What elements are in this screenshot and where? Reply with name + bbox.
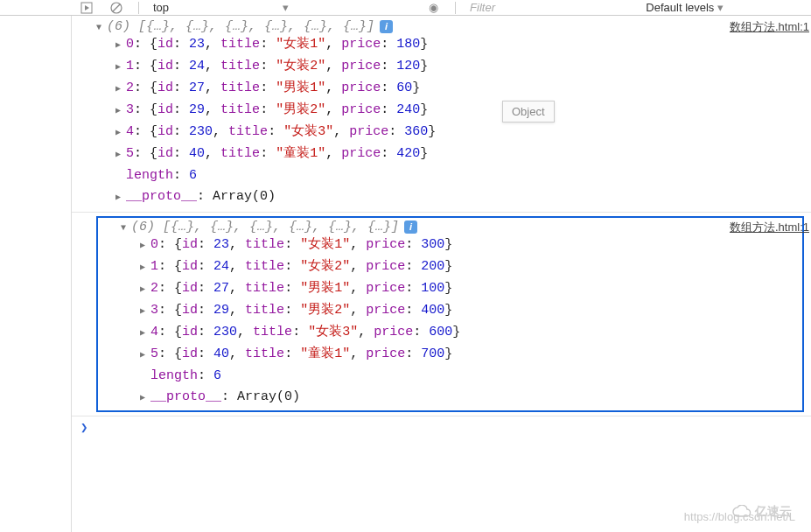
source-link[interactable]: 数组方法.html:1: [730, 220, 809, 235]
filter-input[interactable]: Filter: [470, 1, 495, 14]
console-body: 数组方法.html:1 (6) [{…}, {…}, {…}, {…}, {…}…: [0, 16, 811, 532]
eye-icon[interactable]: ◉: [425, 0, 441, 16]
array-item[interactable]: 5: {id: 40, title: "童装1", price: 700}: [121, 344, 802, 366]
expand-toggle[interactable]: [140, 257, 149, 278]
expand-toggle[interactable]: [115, 101, 124, 122]
expand-toggle[interactable]: [115, 79, 124, 100]
expand-toggle[interactable]: [121, 223, 129, 233]
info-icon[interactable]: i: [404, 220, 417, 234]
array-length: length: 6: [121, 366, 802, 387]
info-icon[interactable]: i: [380, 20, 393, 33]
clear-icon[interactable]: [108, 0, 124, 16]
array-item[interactable]: 0: {id: 23, title: "女装1", price: 180}: [96, 34, 811, 56]
log-entry: 数组方法.html:1 (6) [{…}, {…}, {…}, {…}, {…}…: [72, 16, 811, 213]
svg-marker-1: [85, 5, 89, 10]
svg-line-3: [113, 4, 120, 11]
expand-toggle[interactable]: [115, 187, 124, 208]
console-prompt[interactable]: [72, 416, 811, 438]
expand-toggle[interactable]: [115, 35, 124, 56]
array-summary[interactable]: (6) [{…}, {…}, {…}, {…}, {…}, {…}]i: [96, 19, 811, 34]
expand-toggle[interactable]: [96, 23, 105, 32]
expand-toggle[interactable]: [140, 388, 149, 409]
expand-toggle[interactable]: [115, 57, 124, 78]
expand-toggle[interactable]: [115, 144, 124, 165]
separator: [138, 2, 139, 14]
array-item[interactable]: 5: {id: 40, title: "童装1", price: 420}: [96, 144, 811, 165]
array-item[interactable]: 4: {id: 230, title: "女装3", price: 600}: [121, 322, 802, 344]
console-output: 数组方法.html:1 (6) [{…}, {…}, {…}, {…}, {…}…: [72, 16, 811, 532]
array-item[interactable]: 1: {id: 24, title: "女装2", price: 200}: [121, 256, 802, 278]
array-item[interactable]: 2: {id: 27, title: "男装1", price: 60}: [96, 78, 811, 100]
array-item[interactable]: 2: {id: 27, title: "男装1", price: 100}: [121, 278, 802, 300]
console-toolbar: top ◉ Filter Default levels: [0, 0, 811, 16]
expand-toggle[interactable]: [140, 279, 149, 300]
expand-toggle[interactable]: [140, 301, 149, 322]
expand-toggle[interactable]: [140, 323, 149, 344]
array-item[interactable]: 1: {id: 24, title: "女装2", price: 120}: [96, 56, 811, 78]
expand-toggle[interactable]: [140, 345, 149, 366]
log-entry: 数组方法.html:1 (6) [{…}, {…}, {…}, {…}, {…}…: [72, 216, 811, 416]
selection-highlight: (6) [{…}, {…}, {…}, {…}, {…}, {…}]i 0: {…: [96, 216, 804, 412]
separator: [455, 2, 456, 14]
array-item[interactable]: 3: {id: 29, title: "男装2", price: 240}: [96, 100, 811, 122]
hover-tooltip: Object: [502, 101, 555, 122]
context-selector[interactable]: top: [153, 1, 411, 14]
expand-toggle[interactable]: [140, 235, 149, 256]
array-summary[interactable]: (6) [{…}, {…}, {…}, {…}, {…}, {…}]i: [121, 220, 802, 234]
watermark-logo: 亿速云: [732, 504, 792, 520]
source-link[interactable]: 数组方法.html:1: [730, 19, 809, 35]
array-item[interactable]: 0: {id: 23, title: "女装1", price: 300}: [121, 234, 802, 256]
expand-toggle[interactable]: [115, 122, 124, 144]
log-levels-selector[interactable]: Default levels: [646, 1, 724, 14]
array-proto[interactable]: __proto__: Array(0): [121, 387, 802, 409]
array-item[interactable]: 4: {id: 230, title: "女装3", price: 360}: [96, 122, 811, 144]
array-item[interactable]: 3: {id: 29, title: "男装2", price: 400}: [121, 300, 802, 322]
left-gutter: [0, 16, 72, 532]
execute-icon[interactable]: [79, 0, 94, 16]
array-length: length: 6: [96, 165, 811, 186]
array-proto[interactable]: __proto__: Array(0): [96, 186, 811, 208]
